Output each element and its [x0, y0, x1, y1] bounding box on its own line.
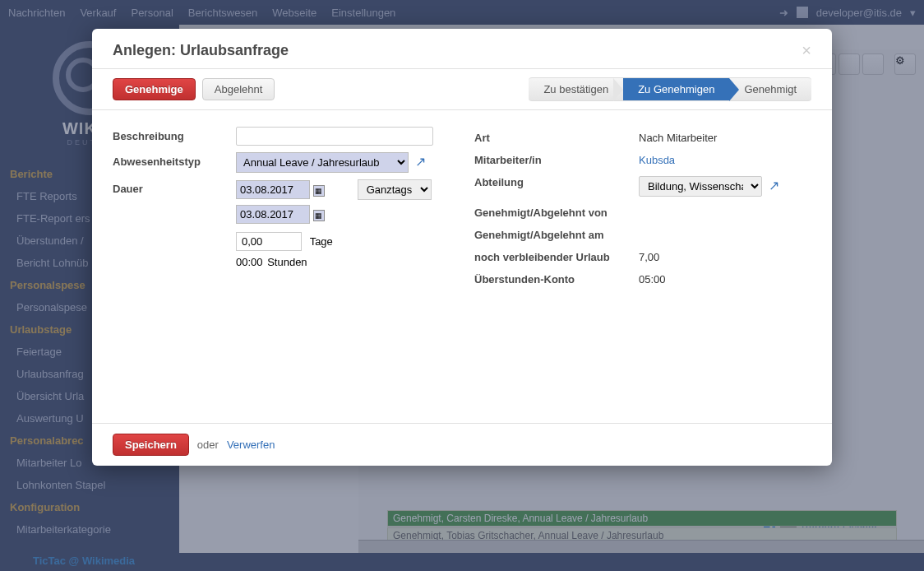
label-tage: Tage: [310, 235, 333, 248]
beschreibung-input[interactable]: [236, 127, 433, 146]
abteilung-select[interactable]: Bildung, Wissenschaf: [639, 176, 762, 197]
calendar-icon[interactable]: ▦: [313, 185, 325, 197]
date-to-input[interactable]: [236, 205, 310, 224]
nach-mitarbeiter-value: Nach Mitarbeiter: [639, 127, 811, 149]
verwerfen-link[interactable]: Verwerfen: [227, 439, 275, 451]
modal-title: Anlegen: Urlaubsanfrage: [113, 42, 289, 59]
label-abwesenheitstyp: Abwesenheitstyp: [113, 152, 236, 168]
reject-button[interactable]: Abgelehnt: [202, 78, 275, 100]
label-abteilung: Abteilung: [474, 171, 639, 202]
label-ueberstunden: Überstunden-Konto: [474, 268, 639, 290]
external-link-icon[interactable]: ↗: [415, 155, 426, 169]
step-approved[interactable]: Genehmigt: [729, 77, 811, 101]
label-verbleibend: noch verbleibender Urlaub: [474, 246, 639, 268]
step-confirm[interactable]: Zu bestätigen: [529, 77, 623, 101]
step-approve[interactable]: Zu Genehmigen: [623, 77, 729, 101]
close-icon[interactable]: ×: [802, 41, 811, 60]
oder-text: oder: [197, 439, 219, 451]
abwesenheitstyp-select[interactable]: Annual Leave / Jahresurlaub: [236, 152, 409, 173]
label-genehmigt-von: Genehmigt/Abgelehnt von: [474, 202, 639, 224]
label-genehmigt-am: Genehmigt/Abgelehnt am: [474, 224, 639, 246]
label-dauer: Dauer: [113, 179, 236, 195]
mitarbeiter-link[interactable]: Kubsda: [639, 154, 675, 166]
verbleibend-value: 7,00: [639, 246, 811, 268]
save-button[interactable]: Speichern: [113, 434, 189, 456]
calendar-icon[interactable]: ▦: [313, 210, 325, 221]
ganztags-select[interactable]: Ganztags: [358, 179, 432, 200]
label-stunden: Stunden: [267, 256, 307, 268]
approve-button[interactable]: Genehmige: [113, 78, 196, 100]
date-from-input[interactable]: [236, 180, 310, 199]
stunden-value: 00:00: [236, 256, 263, 268]
modal-dialog: Anlegen: Urlaubsanfrage × Genehmige Abge…: [92, 29, 832, 466]
ueberstunden-value: 05:00: [639, 268, 811, 290]
tage-input[interactable]: [236, 232, 302, 251]
label-beschreibung: Beschreibung: [113, 127, 236, 142]
status-steps: Zu bestätigen Zu Genehmigen Genehmigt: [529, 77, 811, 101]
external-link-icon[interactable]: ↗: [769, 179, 779, 193]
label-art: Art: [474, 127, 639, 149]
label-mitarbeiter: Mitarbeiter/in: [474, 149, 639, 171]
